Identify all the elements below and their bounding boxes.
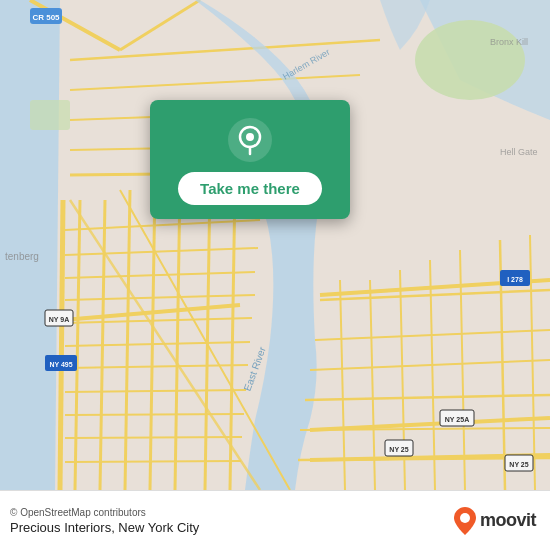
map-container: CR 505 NY 9A NY 495 I 278 NY 25 NY 25A N… <box>0 0 550 490</box>
svg-text:I 278: I 278 <box>507 276 523 283</box>
svg-text:NY 495: NY 495 <box>49 361 72 368</box>
svg-text:NY 25: NY 25 <box>389 446 408 453</box>
bottom-bar: © OpenStreetMap contributors Precious In… <box>0 490 550 550</box>
svg-text:CR 505: CR 505 <box>32 13 60 22</box>
svg-text:NY 25A: NY 25A <box>445 416 469 423</box>
bottom-left-info: © OpenStreetMap contributors Precious In… <box>10 507 199 535</box>
svg-text:Hell Gate: Hell Gate <box>500 147 538 157</box>
svg-line-21 <box>65 437 242 438</box>
svg-line-22 <box>65 461 241 462</box>
svg-point-71 <box>460 513 470 523</box>
take-me-there-button[interactable]: Take me there <box>178 172 322 205</box>
svg-text:tenberg: tenberg <box>5 251 39 262</box>
svg-point-69 <box>246 133 254 141</box>
location-pin-icon <box>228 118 272 162</box>
svg-text:NY 25: NY 25 <box>509 461 528 468</box>
location-card: Take me there <box>150 100 350 219</box>
svg-text:NY 9A: NY 9A <box>49 316 70 323</box>
svg-text:Bronx Kill: Bronx Kill <box>490 37 528 47</box>
map-background: CR 505 NY 9A NY 495 I 278 NY 25 NY 25A N… <box>0 0 550 490</box>
svg-line-20 <box>65 414 244 415</box>
osm-credit: © OpenStreetMap contributors <box>10 507 199 518</box>
svg-line-41 <box>60 200 63 490</box>
svg-rect-2 <box>30 100 70 130</box>
svg-point-1 <box>415 20 525 100</box>
moovit-brand-text: moovit <box>480 510 536 531</box>
moovit-pin-icon <box>454 507 476 535</box>
location-label: Precious Interiors, New York City <box>10 520 199 535</box>
moovit-logo: moovit <box>454 507 536 535</box>
